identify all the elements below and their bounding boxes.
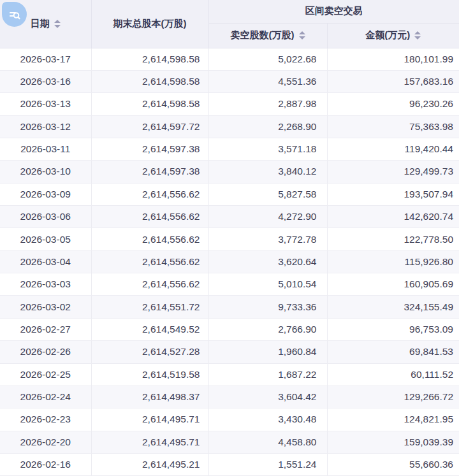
amount-cell: 193,507.94 (327, 183, 459, 205)
total-shares-cell: 2,614,556.62 (91, 228, 208, 250)
total-shares-cell: 2,614,551.72 (91, 296, 208, 318)
amount-cell: 159,039.39 (327, 431, 459, 453)
short-shares-cell: 9,733.36 (208, 296, 327, 318)
date-cell: 2026-03-05 (0, 228, 91, 250)
search-list-icon[interactable] (2, 2, 27, 27)
date-cell: 2026-03-16 (0, 70, 91, 92)
short-shares-cell: 3,571.18 (208, 138, 327, 160)
total-shares-cell: 2,614,556.62 (91, 273, 208, 296)
header-group-short-selling: 区间卖空交易 (208, 0, 459, 23)
sort-asc-icon (54, 20, 61, 23)
sort-asc-icon (414, 31, 421, 34)
amount-cell: 60,111.52 (327, 363, 459, 386)
date-cell: 2026-02-26 (0, 341, 91, 363)
total-shares-cell: 2,614,495.71 (91, 431, 208, 453)
table-row: 2026-02-24 2,614,498.37 3,604.42 129,266… (0, 386, 459, 408)
short-shares-cell: 3,620.64 (208, 250, 327, 273)
total-shares-cell: 2,614,549.52 (91, 318, 208, 340)
sort-icon-short-shares[interactable] (299, 31, 305, 40)
total-shares-cell: 2,614,598.58 (91, 70, 208, 92)
total-shares-cell: 2,614,597.38 (91, 161, 208, 183)
table-row: 2026-03-16 2,614,598.58 4,551.36 157,683… (0, 70, 459, 92)
date-cell: 2026-03-02 (0, 296, 91, 318)
amount-cell: 324,155.49 (327, 296, 459, 318)
short-shares-cell: 5,827.58 (208, 183, 327, 205)
amount-cell: 142,620.74 (327, 206, 459, 228)
short-shares-cell: 3,430.48 (208, 408, 327, 431)
total-shares-cell: 2,614,519.58 (91, 363, 208, 386)
table-row: 2026-02-25 2,614,519.58 1,687.22 60,111.… (0, 363, 459, 386)
sort-icon-date[interactable] (54, 20, 61, 28)
table-header: 日期 期末总股本(万股) 区间卖空交易 卖空 (0, 0, 459, 48)
header-short-shares[interactable]: 卖空股数(万股) (208, 23, 327, 48)
date-cell: 2026-03-03 (0, 273, 91, 296)
total-shares-cell: 2,614,527.28 (91, 341, 208, 363)
table-row: 2026-03-03 2,614,556.62 5,010.54 160,905… (0, 273, 459, 296)
header-amount-label: 金额(万元) (365, 29, 410, 41)
short-shares-cell: 4,272.90 (208, 206, 327, 228)
date-cell: 2026-03-12 (0, 115, 91, 138)
short-shares-cell: 5,010.54 (208, 273, 327, 296)
date-cell: 2026-03-13 (0, 93, 91, 115)
sort-desc-icon (414, 36, 421, 40)
amount-cell: 96,230.26 (327, 93, 459, 115)
amount-cell: 129,499.73 (327, 161, 459, 183)
total-shares-cell: 2,614,597.38 (91, 138, 208, 160)
date-cell: 2026-03-17 (0, 48, 91, 70)
sort-icon-amount[interactable] (414, 31, 421, 40)
total-shares-cell: 2,614,597.72 (91, 115, 208, 138)
short-shares-cell: 1,960.84 (208, 341, 327, 363)
short-shares-cell: 3,772.78 (208, 228, 327, 250)
date-cell: 2026-03-06 (0, 206, 91, 228)
date-cell: 2026-02-20 (0, 431, 91, 453)
short-shares-cell: 2,268.90 (208, 115, 327, 138)
total-shares-cell: 2,614,498.37 (91, 386, 208, 408)
sort-asc-icon (299, 31, 305, 34)
amount-cell: 119,420.44 (327, 138, 459, 160)
short-shares-cell: 3,604.42 (208, 386, 327, 408)
amount-cell: 157,683.16 (327, 70, 459, 92)
sort-desc-icon (299, 36, 305, 40)
search-list-glyph (7, 7, 22, 22)
header-total-shares-label: 期末总股本(万股) (113, 18, 187, 29)
table-row: 2026-03-02 2,614,551.72 9,733.36 324,155… (0, 296, 459, 318)
short-shares-cell: 1,687.22 (208, 363, 327, 386)
amount-cell: 160,905.69 (327, 273, 459, 296)
amount-cell: 96,753.09 (327, 318, 459, 340)
table-row: 2026-03-04 2,614,556.62 3,620.64 115,926… (0, 250, 459, 273)
total-shares-cell: 2,614,598.58 (91, 93, 208, 115)
short-shares-cell: 3,840.12 (208, 161, 327, 183)
total-shares-cell: 2,614,556.62 (91, 206, 208, 228)
date-cell: 2026-02-23 (0, 408, 91, 431)
date-cell: 2026-02-16 (0, 453, 91, 475)
header-amount[interactable]: 金额(万元) (327, 23, 459, 48)
total-shares-cell: 2,614,495.21 (91, 453, 208, 475)
table-row: 2026-03-12 2,614,597.72 2,268.90 75,363.… (0, 115, 459, 138)
table-row: 2026-03-11 2,614,597.38 3,571.18 119,420… (0, 138, 459, 160)
amount-cell: 115,926.80 (327, 250, 459, 273)
date-cell: 2026-03-10 (0, 161, 91, 183)
table-row: 2026-02-27 2,614,549.52 2,766.90 96,753.… (0, 318, 459, 340)
table-row: 2026-03-17 2,614,598.58 5,022.68 180,101… (0, 48, 459, 70)
short-shares-cell: 1,551.24 (208, 453, 327, 475)
date-cell: 2026-03-04 (0, 250, 91, 273)
table-row: 2026-02-20 2,614,495.71 4,458.80 159,039… (0, 431, 459, 453)
short-shares-cell: 2,887.98 (208, 93, 327, 115)
amount-cell: 122,778.50 (327, 228, 459, 250)
short-selling-table-view: 日期 期末总股本(万股) 区间卖空交易 卖空 (0, 0, 459, 476)
short-shares-cell: 4,458.80 (208, 431, 327, 453)
table-row: 2026-02-26 2,614,527.28 1,960.84 69,841.… (0, 341, 459, 363)
table-row: 2026-03-10 2,614,597.38 3,840.12 129,499… (0, 161, 459, 183)
table-row: 2026-03-06 2,614,556.62 4,272.90 142,620… (0, 206, 459, 228)
total-shares-cell: 2,614,556.62 (91, 250, 208, 273)
header-group-label: 区间卖空交易 (305, 5, 363, 16)
amount-cell: 69,841.53 (327, 341, 459, 363)
amount-cell: 180,101.99 (327, 48, 459, 70)
amount-cell: 124,821.95 (327, 408, 459, 431)
header-total-shares: 期末总股本(万股) (91, 0, 208, 48)
date-cell: 2026-02-25 (0, 363, 91, 386)
short-shares-cell: 2,766.90 (208, 318, 327, 340)
table-row: 2026-03-13 2,614,598.58 2,887.98 96,230.… (0, 93, 459, 115)
sort-desc-icon (54, 25, 61, 28)
table-row: 2026-02-16 2,614,495.21 1,551.24 55,660.… (0, 453, 459, 475)
